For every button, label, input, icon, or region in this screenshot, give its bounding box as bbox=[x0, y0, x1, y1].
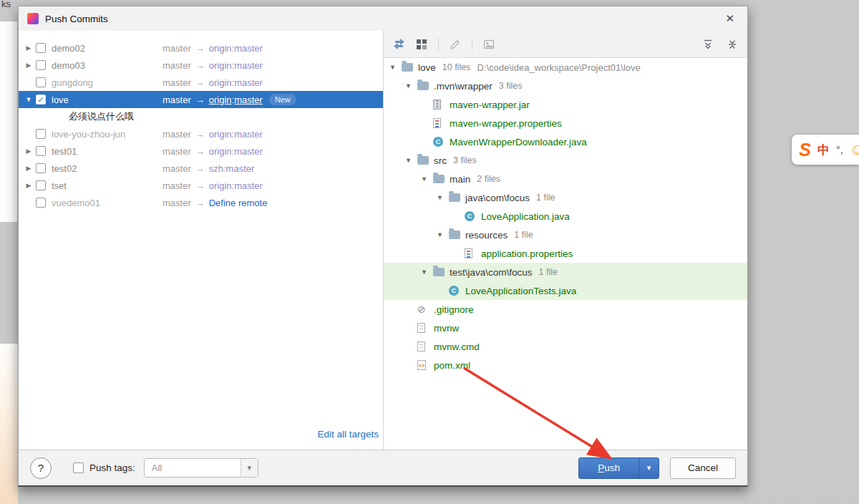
expand-all-icon[interactable] bbox=[702, 38, 714, 51]
tree-row[interactable]: ▼ .mvn\wrapper 3 files bbox=[384, 77, 747, 95]
folder-icon bbox=[417, 155, 430, 166]
group-by-directory-icon[interactable] bbox=[415, 38, 428, 51]
tree-row[interactable]: MavenWrapperDownloader.java bbox=[384, 132, 747, 151]
tree-row[interactable]: .gitignore bbox=[384, 300, 747, 319]
background-window-strip bbox=[0, 21, 17, 222]
tree-row[interactable]: maven-wrapper.properties bbox=[384, 114, 747, 132]
swap-arrows-icon[interactable] bbox=[392, 38, 405, 51]
chevron-down-icon[interactable]: ▼ bbox=[405, 82, 417, 89]
chevron-down-icon[interactable]: ▼ bbox=[437, 194, 449, 201]
repo-row-test02[interactable]: ▶ test02 master → szh : master bbox=[19, 160, 383, 177]
repo-checkbox[interactable] bbox=[36, 180, 46, 190]
collapsed-arrow-icon[interactable]: ▶ bbox=[23, 182, 34, 189]
smiley-icon[interactable]: ☺ bbox=[850, 140, 859, 159]
dialog-title: Push Commits bbox=[45, 14, 108, 24]
repo-row-vuedemo01[interactable]: vuedemo01 master → Define remote bbox=[19, 194, 383, 211]
java-class-icon bbox=[449, 285, 462, 296]
repo-row-demo03[interactable]: ▶ demo03 master → origin : master bbox=[19, 57, 383, 74]
repo-row-gungdong[interactable]: gungdong master → origin : master bbox=[19, 74, 383, 91]
chevron-down-icon[interactable]: ▼ bbox=[405, 157, 417, 164]
cancel-button[interactable]: Cancel bbox=[670, 457, 736, 479]
chevron-down-icon[interactable] bbox=[241, 459, 258, 477]
folder-icon bbox=[433, 173, 446, 185]
close-icon[interactable]: ✕ bbox=[721, 11, 739, 26]
tree-row[interactable]: application.properties bbox=[384, 244, 747, 263]
chevron-down-icon[interactable]: ▼ bbox=[421, 175, 433, 183]
collapse-all-icon[interactable] bbox=[726, 38, 739, 51]
push-target[interactable]: master → origin : master bbox=[162, 129, 263, 140]
tree-row-highlighted[interactable]: ▼ test\java\com\focus 1 file bbox=[384, 263, 747, 281]
push-target[interactable]: master → origin : master bbox=[162, 43, 263, 54]
repo-checkbox[interactable] bbox=[36, 77, 46, 87]
collapsed-arrow-icon[interactable]: ▶ bbox=[23, 44, 34, 52]
tree-row[interactable]: maven-wrapper.jar bbox=[384, 95, 747, 114]
repo-checkbox[interactable] bbox=[36, 163, 46, 173]
tree-row[interactable]: mvnw bbox=[384, 319, 747, 337]
repo-checkbox[interactable] bbox=[36, 129, 46, 139]
tree-row[interactable]: ▼ main 2 files bbox=[384, 170, 747, 188]
annotate-pencil-icon[interactable] bbox=[449, 38, 462, 51]
repo-row-love[interactable]: ▼ love master → origin : master New bbox=[19, 91, 383, 108]
file-count: 3 files bbox=[453, 155, 477, 165]
arrow-glyph: → bbox=[195, 60, 205, 71]
watermark-text: https://blog.csdn.net/john1szh bbox=[765, 494, 857, 501]
folder-icon bbox=[433, 266, 446, 278]
chevron-down-icon[interactable]: ▼ bbox=[421, 268, 433, 276]
repo-row-test01[interactable]: ▶ test01 master → origin : master bbox=[19, 142, 383, 160]
expanded-arrow-icon[interactable]: ▼ bbox=[23, 96, 34, 103]
arrow-glyph: → bbox=[195, 129, 205, 140]
folder-icon bbox=[402, 62, 414, 73]
properties-file-icon bbox=[465, 248, 477, 259]
repo-row-demo02[interactable]: ▶ demo02 master → origin : master bbox=[19, 39, 383, 57]
repo-checkbox[interactable] bbox=[36, 94, 46, 105]
arrow-glyph: → bbox=[195, 146, 205, 157]
push-target[interactable]: master → origin : master bbox=[162, 60, 263, 71]
define-remote-link[interactable]: Define remote bbox=[209, 198, 268, 208]
file-count: 1 file bbox=[536, 193, 555, 203]
repo-row-love-you-zhou-jun[interactable]: love-you-zhou-jun master → origin : mast… bbox=[19, 125, 383, 142]
edit-all-targets-link[interactable]: Edit all targets bbox=[317, 429, 379, 440]
tree-row[interactable]: mvnw.cmd bbox=[384, 337, 747, 356]
collapsed-arrow-icon[interactable]: ▶ bbox=[23, 62, 34, 69]
repo-name: test02 bbox=[52, 163, 162, 174]
help-button[interactable]: ? bbox=[30, 457, 52, 479]
collapsed-arrow-icon[interactable]: ▶ bbox=[23, 147, 34, 155]
repo-row-tset[interactable]: ▶ tset master → origin : master bbox=[19, 177, 383, 194]
chevron-down-icon[interactable]: ▼ bbox=[437, 231, 449, 238]
repo-checkbox[interactable] bbox=[36, 60, 46, 70]
file-count: 3 files bbox=[499, 81, 523, 91]
push-target[interactable]: master → origin : master New bbox=[162, 94, 296, 105]
dialog-titlebar: Push Commits ✕ bbox=[19, 6, 747, 31]
tree-row[interactable]: ▼ java\com\focus 1 file bbox=[384, 188, 747, 207]
new-badge: New bbox=[269, 94, 296, 105]
collapsed-arrow-icon[interactable]: ▶ bbox=[23, 165, 34, 172]
chevron-down-icon[interactable]: ▼ bbox=[389, 64, 402, 71]
repo-checkbox[interactable] bbox=[36, 146, 46, 156]
push-dropdown-arrow-icon[interactable] bbox=[639, 458, 659, 478]
file-count: 1 file bbox=[514, 230, 533, 240]
tree-row[interactable]: LoveApplication.java bbox=[384, 207, 747, 226]
repo-checkbox[interactable] bbox=[36, 198, 46, 208]
push-target[interactable]: master → origin : master bbox=[162, 77, 263, 88]
push-target[interactable]: master → szh : master bbox=[162, 163, 254, 174]
push-tags-checkbox[interactable] bbox=[73, 462, 84, 473]
ime-chinese-mode[interactable]: 中 bbox=[817, 142, 830, 158]
tree-row-root[interactable]: ▼ love 10 files D:\code\idea_workspace\P… bbox=[384, 58, 747, 77]
java-class-icon bbox=[465, 210, 477, 222]
ime-panel[interactable]: S 中 °, ☺ bbox=[792, 135, 859, 165]
push-target[interactable]: master → origin : master bbox=[162, 180, 263, 191]
tree-row[interactable]: ▼ src 3 files bbox=[384, 151, 747, 170]
folder-icon bbox=[417, 80, 430, 92]
tags-select[interactable]: All bbox=[144, 458, 258, 478]
tree-row[interactable]: pom.xml bbox=[384, 356, 747, 374]
file-icon bbox=[417, 341, 430, 352]
push-target[interactable]: master → Define remote bbox=[162, 198, 267, 208]
repo-checkbox[interactable] bbox=[36, 43, 46, 53]
commit-message-row[interactable]: 必须说点什么哦 bbox=[19, 108, 383, 125]
push-target[interactable]: master → origin : master bbox=[162, 146, 263, 157]
tree-row[interactable]: ▼ resources 1 file bbox=[384, 226, 747, 244]
ime-punctuation-mode[interactable]: °, bbox=[836, 144, 843, 155]
push-button[interactable]: Push bbox=[578, 457, 659, 479]
preview-image-icon[interactable] bbox=[482, 38, 495, 51]
tree-row-highlighted[interactable]: LoveApplicationTests.java bbox=[384, 281, 747, 300]
